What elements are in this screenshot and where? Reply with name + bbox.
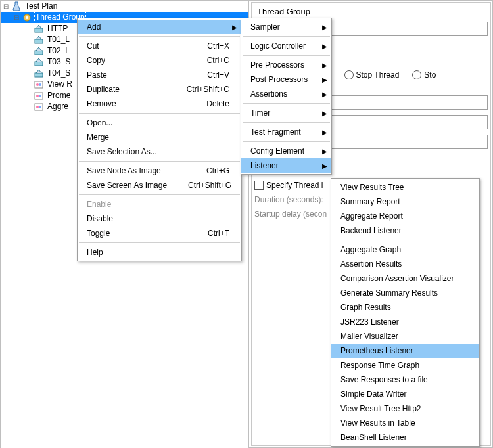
menu-item-response-time-graph[interactable]: Response Time Graph <box>331 358 479 372</box>
menu-separator <box>79 242 240 243</box>
menu-item-save-node-image[interactable]: Save Node As ImageCtrl+G <box>78 164 241 178</box>
menu-separator <box>79 113 240 114</box>
menu-item-cut[interactable]: CutCtrl+X <box>78 39 241 53</box>
chevron-right-icon: ▶ <box>322 24 327 31</box>
tree-label: T01_L <box>46 34 71 45</box>
chevron-right-icon: ▶ <box>322 76 327 83</box>
menu-item-enable: Enable <box>78 197 241 212</box>
chevron-right-icon: ▶ <box>322 91 327 98</box>
menu-item-backend-listener[interactable]: Backend Listener <box>331 223 479 238</box>
menu-item-view-results-table[interactable]: View Results in Table <box>331 416 479 430</box>
panel-title: Thread Group <box>257 7 485 16</box>
menu-item-simple-data-writer[interactable]: Simple Data Writer <box>331 387 479 401</box>
menu-item-prometheus-listener[interactable]: Prometheus Listener <box>331 344 479 358</box>
menu-item-logic-controller[interactable]: Logic Controller▶ <box>241 39 331 53</box>
chevron-right-icon: ▶ <box>232 24 237 31</box>
menu-item-view-result-tree-http2[interactable]: View Result Tree Http2 <box>331 401 479 416</box>
app-window: ⊟ Test Plan ⊟ Thread Group HTTP T01_L T0… <box>0 0 493 448</box>
specify-checkbox[interactable]: Specify Thread l <box>254 181 323 190</box>
listener-icon <box>34 91 44 101</box>
tree-node-test-plan[interactable]: ⊟ Test Plan <box>1 1 248 12</box>
tree-label: T04_S <box>46 68 72 79</box>
svg-rect-3 <box>35 39 43 43</box>
chevron-right-icon: ▶ <box>322 110 327 117</box>
menu-separator <box>79 194 240 195</box>
svg-rect-6 <box>35 73 43 77</box>
sampler-icon <box>34 68 44 79</box>
submenu-add: Sampler▶ Logic Controller▶ Pre Processor… <box>241 18 332 175</box>
sampler-icon <box>34 57 44 68</box>
tree-label: Prome <box>46 90 72 101</box>
menu-item-paste[interactable]: PasteCtrl+V <box>78 68 241 82</box>
flask-icon <box>11 1 22 12</box>
duration-label: Duration (seconds): <box>254 195 323 204</box>
menu-separator <box>79 161 240 162</box>
menu-item-help[interactable]: Help <box>78 245 241 259</box>
menu-item-merge[interactable]: Merge <box>78 130 241 145</box>
menu-item-assertions[interactable]: Assertions▶ <box>241 87 331 101</box>
chevron-right-icon: ▶ <box>322 43 327 50</box>
menu-item-duplicate[interactable]: DuplicateCtrl+Shift+C <box>78 82 241 97</box>
menu-separator <box>243 141 330 142</box>
menu-item-aggregate-graph[interactable]: Aggregate Graph <box>331 242 479 257</box>
sampler-icon <box>34 35 44 45</box>
svg-point-11 <box>36 95 39 97</box>
menu-item-summary-report[interactable]: Summary Report <box>331 194 479 209</box>
menu-item-jsr223-listener[interactable]: JSR223 Listener <box>331 315 479 329</box>
expand-icon[interactable]: ⊟ <box>12 14 20 22</box>
submenu-listener: View Results Tree Summary Report Aggrega… <box>331 178 480 447</box>
menu-item-save-screen-image[interactable]: Save Screen As ImageCtrl+Shift+G <box>78 178 241 192</box>
menu-separator <box>243 36 330 37</box>
menu-item-save-responses-file[interactable]: Save Responses to a file <box>331 372 479 387</box>
chevron-right-icon: ▶ <box>322 162 327 169</box>
svg-point-14 <box>36 106 39 108</box>
tree-label: Test Plan <box>24 1 59 12</box>
svg-point-8 <box>36 83 39 86</box>
tree-label: T02_L <box>46 45 71 56</box>
gear-icon <box>22 12 32 23</box>
tree-label: HTTP <box>46 23 69 34</box>
menu-item-pre-processors[interactable]: Pre Processors▶ <box>241 58 331 72</box>
context-menu: Add▶ CutCtrl+X CopyCtrl+C PasteCtrl+V Du… <box>77 18 242 261</box>
menu-item-graph-results[interactable]: Graph Results <box>331 300 479 315</box>
menu-item-open[interactable]: Open... <box>78 116 241 130</box>
menu-item-beanshell-listener[interactable]: BeanShell Listener <box>331 430 479 445</box>
menu-separator <box>243 55 330 56</box>
menu-separator <box>79 36 240 37</box>
listener-icon <box>34 79 44 90</box>
menu-item-add[interactable]: Add▶ <box>78 20 241 34</box>
svg-rect-2 <box>35 28 43 32</box>
menu-item-config-element[interactable]: Config Element▶ <box>241 144 331 158</box>
menu-separator <box>243 103 330 104</box>
menu-item-assertion-results[interactable]: Assertion Results <box>331 257 479 271</box>
tree-label: View R <box>46 79 74 90</box>
expand-icon[interactable]: ⊟ <box>2 3 10 11</box>
menu-separator <box>243 122 330 123</box>
radio-stop-thread[interactable]: Stop Thread <box>344 70 400 79</box>
svg-point-1 <box>26 16 28 19</box>
menu-item-generate-summary-results[interactable]: Generate Summary Results <box>331 286 479 300</box>
menu-item-mailer-visualizer[interactable]: Mailer Visualizer <box>331 329 479 344</box>
svg-point-15 <box>39 106 41 108</box>
menu-item-timer[interactable]: Timer▶ <box>241 106 331 120</box>
menu-item-save-selection[interactable]: Save Selection As... <box>78 145 241 159</box>
menu-item-listener[interactable]: Listener▶ <box>241 158 331 173</box>
menu-separator <box>333 240 478 240</box>
startup-label: Startup delay (secon <box>254 210 327 219</box>
menu-item-view-results-tree[interactable]: View Results Tree <box>331 180 479 194</box>
menu-item-disable[interactable]: Disable <box>78 212 241 226</box>
tree-label: Aggre <box>46 101 70 112</box>
menu-item-copy[interactable]: CopyCtrl+C <box>78 53 241 68</box>
menu-item-aggregate-report[interactable]: Aggregate Report <box>331 209 479 223</box>
sampler-icon <box>34 46 44 56</box>
menu-item-post-processors[interactable]: Post Processors▶ <box>241 72 331 87</box>
menu-item-remove[interactable]: RemoveDelete <box>78 97 241 111</box>
radio-stop-test[interactable]: Sto <box>412 70 436 79</box>
chevron-right-icon: ▶ <box>322 148 327 155</box>
menu-item-test-fragment[interactable]: Test Fragment▶ <box>241 125 331 139</box>
chevron-right-icon: ▶ <box>322 62 327 69</box>
listener-icon <box>34 102 44 112</box>
menu-item-comparison-assertion-visualizer[interactable]: Comparison Assertion Visualizer <box>331 271 479 286</box>
menu-item-toggle[interactable]: ToggleCtrl+T <box>78 226 241 240</box>
menu-item-sampler[interactable]: Sampler▶ <box>241 20 331 34</box>
